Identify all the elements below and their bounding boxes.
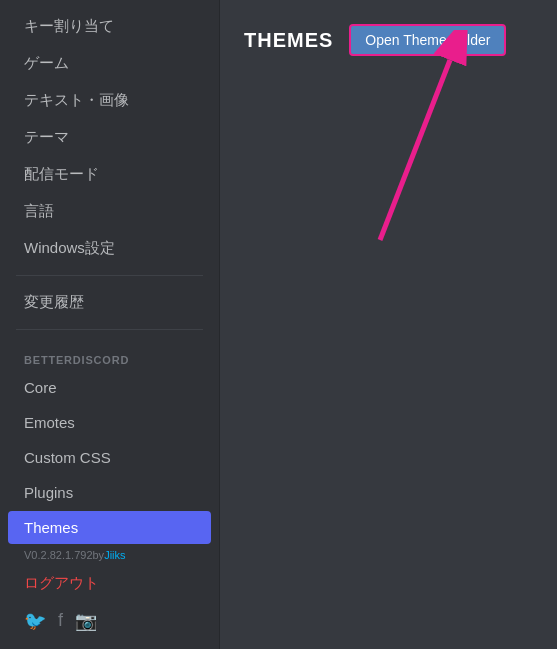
sidebar-item-plugins[interactable]: Plugins (8, 476, 211, 509)
main-header: THEMES Open Theme Folder (244, 24, 533, 56)
instagram-icon[interactable]: 📷 (75, 610, 97, 632)
sidebar-item-language[interactable]: 言語 (8, 194, 211, 229)
sidebar-item-windows-settings[interactable]: Windows設定 (8, 231, 211, 266)
twitter-icon[interactable]: 🐦 (24, 610, 46, 632)
sidebar-item-emotes[interactable]: Emotes (8, 406, 211, 439)
sidebar-item-text-image[interactable]: テキスト・画像 (8, 83, 211, 118)
sidebar-item-themes[interactable]: Themes (8, 511, 211, 544)
sidebar-item-game[interactable]: ゲーム (8, 46, 211, 81)
page-title: THEMES (244, 29, 333, 52)
betterdiscord-section-label: BETTERDISCORD (8, 338, 211, 370)
sidebar-item-stream-mode[interactable]: 配信モード (8, 157, 211, 192)
sidebar-item-changelog[interactable]: 変更履歴 (8, 285, 211, 320)
version-link[interactable]: Jiiks (104, 549, 125, 561)
svg-line-1 (380, 60, 450, 240)
sidebar-item-custom-css[interactable]: Custom CSS (8, 441, 211, 474)
facebook-icon[interactable]: f (58, 610, 63, 632)
sidebar-item-key-assign[interactable]: キー割り当て (8, 9, 211, 44)
logout-button[interactable]: ログアウト (8, 566, 211, 601)
divider-2 (16, 329, 203, 330)
arrow-annotation (320, 30, 520, 250)
main-content: THEMES Open Theme Folder (220, 0, 557, 649)
social-links: 🐦 f 📷 (8, 602, 211, 640)
divider-1 (16, 275, 203, 276)
open-theme-folder-button[interactable]: Open Theme Folder (349, 24, 506, 56)
sidebar: キー割り当て ゲーム テキスト・画像 テーマ 配信モード 言語 Windows設… (0, 0, 220, 649)
sidebar-version: V0.2.82.1.792byJiiks (8, 545, 211, 565)
sidebar-item-core[interactable]: Core (8, 371, 211, 404)
sidebar-item-theme[interactable]: テーマ (8, 120, 211, 155)
